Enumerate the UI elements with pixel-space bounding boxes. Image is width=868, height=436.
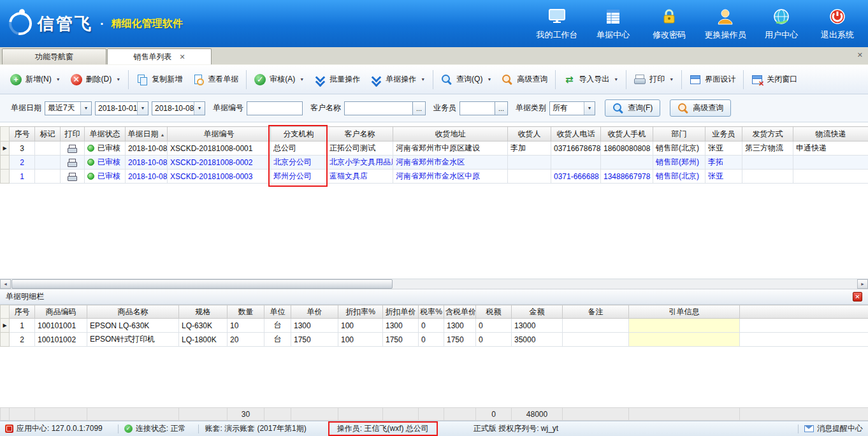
col-spec[interactable]: 规格 xyxy=(179,305,228,319)
cell-price[interactable]: 1300 xyxy=(291,319,338,333)
cell-mark[interactable] xyxy=(35,142,61,156)
cell-amount[interactable]: 35000 xyxy=(512,333,563,347)
scroll-right-icon[interactable]: ► xyxy=(857,279,868,289)
nav-change-password[interactable]: 修改密码 xyxy=(645,7,693,41)
cell-branch[interactable]: 郑州分公司 xyxy=(271,170,327,184)
cell-remark[interactable] xyxy=(563,333,629,347)
nav-document-center[interactable]: 单据中心 xyxy=(589,7,637,41)
col-tax-rate[interactable]: 税率% xyxy=(419,305,444,319)
message-center-link[interactable]: 消息提醒中心 xyxy=(817,423,863,434)
col-status[interactable]: 单据状态 xyxy=(85,127,126,142)
cell-seq[interactable]: 2 xyxy=(10,333,35,347)
scrollbar-track[interactable] xyxy=(11,279,857,289)
cell-product-code[interactable]: 100101001 xyxy=(35,319,87,333)
cell-seq[interactable]: 1 xyxy=(10,170,35,184)
horizontal-scrollbar[interactable]: ◄ ► xyxy=(0,279,868,289)
cell-ship-method[interactable]: 第三方物流 xyxy=(742,142,793,156)
col-unit[interactable]: 单位 xyxy=(264,305,291,319)
cell-tax-rate[interactable]: 0 xyxy=(419,333,444,347)
cell-price[interactable]: 1750 xyxy=(291,333,338,347)
cell-remark[interactable] xyxy=(563,319,629,333)
row-selector[interactable] xyxy=(1,156,10,170)
cell-ship-method[interactable] xyxy=(742,156,793,170)
tab-sales-order-list[interactable]: 销售单列表 ✕ xyxy=(107,48,212,64)
cell-status[interactable]: 已审核 xyxy=(85,170,126,184)
scrollbar-thumb[interactable] xyxy=(11,279,393,289)
cell-discount-rate[interactable]: 100 xyxy=(338,319,383,333)
adv-query-button[interactable]: 高级查询 xyxy=(496,71,553,88)
cell-price-with-tax[interactable]: 1300 xyxy=(444,319,476,333)
cell-branch[interactable]: 北京分公司 xyxy=(271,156,327,170)
chevron-down-icon[interactable]: ▼ xyxy=(421,77,425,82)
col-address[interactable]: 收货地址 xyxy=(393,127,508,142)
cell-logistics[interactable] xyxy=(793,156,868,170)
col-phone[interactable]: 收货人电话 xyxy=(551,127,601,142)
col-discount-price[interactable]: 折扣单价 xyxy=(383,305,419,319)
cell-ref-info[interactable] xyxy=(629,319,740,333)
copy-new-button[interactable]: 复制新增 xyxy=(131,71,187,88)
chevron-down-icon[interactable]: ▼ xyxy=(614,77,618,82)
cell-dept[interactable]: 销售部(北京) xyxy=(653,170,705,184)
batch-ops-button[interactable]: 批量操作 xyxy=(309,71,365,88)
col-amount[interactable]: 金额 xyxy=(512,305,563,319)
cell-salesman[interactable]: 张亚 xyxy=(705,142,742,156)
col-mark[interactable]: 标记 xyxy=(35,127,61,142)
cell-qty[interactable]: 20 xyxy=(228,333,264,347)
cell-tax[interactable]: 0 xyxy=(476,333,512,347)
tabstrip-close-icon[interactable]: ✕ xyxy=(857,52,863,59)
cell-doc-no[interactable]: XSCKD-20181008-0001 xyxy=(168,142,271,156)
tab-close-icon[interactable]: ✕ xyxy=(179,54,185,61)
cell-unit[interactable]: 台 xyxy=(264,319,291,333)
cell-print[interactable] xyxy=(61,156,85,170)
salesman-browse-button[interactable]: ... xyxy=(495,101,508,115)
nav-my-workstation[interactable]: 我的工作台 xyxy=(533,7,581,41)
cell-seq[interactable]: 1 xyxy=(10,319,35,333)
col-product-name[interactable]: 商品名称 xyxy=(87,305,179,319)
cell-mark[interactable] xyxy=(35,156,61,170)
add-button[interactable]: +新增(N)▼ xyxy=(5,71,66,88)
cell-ref-info[interactable] xyxy=(629,333,740,347)
chevron-down-icon[interactable]: ▼ xyxy=(80,102,91,115)
nav-user-center[interactable]: 用户中心 xyxy=(757,7,806,41)
filter-adv-query-button[interactable]: 高级查询 xyxy=(670,99,731,117)
col-dept[interactable]: 部门 xyxy=(653,127,705,142)
col-tax[interactable]: 税额 xyxy=(476,305,512,319)
cell-discount-price[interactable]: 1750 xyxy=(383,333,419,347)
row-selector[interactable]: ▶ xyxy=(1,319,10,333)
customer-input[interactable] xyxy=(344,101,413,115)
cell-address[interactable]: 河南省郑州市金水区 xyxy=(393,156,508,170)
cell-product-code[interactable]: 100101002 xyxy=(35,333,87,347)
cell-logistics[interactable]: 申通快递 xyxy=(793,142,868,156)
cell-discount-price[interactable]: 1300 xyxy=(383,319,419,333)
cell-receiver[interactable] xyxy=(508,170,551,184)
chevron-down-icon[interactable]: ▼ xyxy=(487,77,491,82)
date-preset-select[interactable]: 最近7天▼ xyxy=(45,101,92,115)
col-mobile[interactable]: 收货人手机 xyxy=(601,127,653,142)
chevron-down-icon[interactable]: ▼ xyxy=(300,77,304,82)
cell-receiver[interactable]: 李加 xyxy=(508,142,551,156)
ui-design-button[interactable]: 界面设计 xyxy=(684,71,741,88)
col-discount-rate[interactable]: 折扣率% xyxy=(338,305,383,319)
col-remark[interactable]: 备注 xyxy=(563,305,629,319)
customer-browse-button[interactable]: ... xyxy=(413,101,426,115)
cell-address[interactable]: 河南省郑州市金水区中原 xyxy=(393,170,508,184)
cell-spec[interactable]: LQ-1800K xyxy=(179,333,228,347)
col-seq[interactable]: 序号 xyxy=(10,305,35,319)
date-from-picker[interactable]: 2018-10-01▼ xyxy=(95,101,148,115)
cell-branch[interactable]: 总公司 xyxy=(271,142,327,156)
cell-doc-date[interactable]: 2018-10-08 xyxy=(126,142,168,156)
cell-mobile[interactable] xyxy=(601,156,653,170)
cell-logistics[interactable] xyxy=(793,170,868,184)
col-doc-date[interactable]: 单据日期▲ xyxy=(126,127,168,142)
cell-dept[interactable]: 销售部(郑州) xyxy=(653,156,705,170)
sales-row[interactable]: ▶ 3 已审核 2018-10-08 XSCKD-20181008-0001 总… xyxy=(1,142,868,156)
cell-status[interactable]: 已审核 xyxy=(85,142,126,156)
col-salesman[interactable]: 业务员 xyxy=(705,127,742,142)
print-row-icon[interactable] xyxy=(68,173,77,181)
cell-doc-date[interactable]: 2018-10-08 xyxy=(126,170,168,184)
col-price[interactable]: 单价 xyxy=(291,305,338,319)
cell-doc-date[interactable]: 2018-10-08 xyxy=(126,156,168,170)
cell-print[interactable] xyxy=(61,142,85,156)
scroll-left-icon[interactable]: ◄ xyxy=(0,279,11,289)
chevron-down-icon[interactable]: ▼ xyxy=(669,77,674,82)
